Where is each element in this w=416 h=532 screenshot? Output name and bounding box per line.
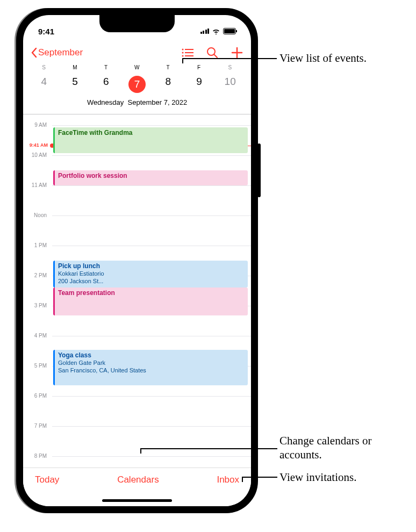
nav-bar: September <box>23 40 251 63</box>
hour-label: 1 PM <box>23 242 50 248</box>
callout-inbox: View invitations. <box>279 470 356 484</box>
hour-label: 4 PM <box>23 333 50 339</box>
search-icon <box>206 47 218 59</box>
event-address: 200 Jackson St... <box>58 278 245 285</box>
calendar-event[interactable]: Yoga classGolden Gate ParkSan Francisco,… <box>53 350 248 385</box>
status-time: 9:41 <box>38 27 54 36</box>
event-title: Pick up lunch <box>58 262 245 270</box>
back-button[interactable]: September <box>31 47 83 58</box>
bottom-toolbar: Today Calendars Inbox <box>23 468 251 506</box>
calendar-event[interactable]: Pick up lunchKokkari Estiatorio200 Jacks… <box>53 261 248 287</box>
day-number[interactable]: 4 <box>28 74 60 95</box>
svg-point-2 <box>182 52 184 54</box>
event-location: Kokkari Estiatorio <box>58 270 245 278</box>
event-title: FaceTime with Grandma <box>58 129 245 137</box>
day-number[interactable]: 10 <box>214 74 246 95</box>
event-title: Portfolio work session <box>58 172 245 180</box>
event-title: Yoga class <box>58 351 245 360</box>
hour-label: 11 AM <box>23 182 50 188</box>
calendar-event[interactable]: Portfolio work session <box>53 170 248 185</box>
cellular-icon <box>200 28 210 34</box>
calendar-event[interactable]: Team presentation <box>53 287 248 315</box>
battery-icon <box>223 28 236 34</box>
wifi-icon <box>212 27 220 36</box>
today-button[interactable]: Today <box>35 475 59 485</box>
search-button[interactable] <box>206 46 219 59</box>
day-number[interactable]: 9 <box>184 74 215 95</box>
event-address: San Francisco, CA, United States <box>58 367 245 375</box>
weekday-letter: S <box>214 64 246 70</box>
hour-label: 6 PM <box>23 393 50 399</box>
notch <box>99 15 175 32</box>
weekday-letter: M <box>60 64 91 70</box>
hour-label: 2 PM <box>23 272 50 278</box>
callout-calendars: Change calendars or accounts. <box>279 434 408 462</box>
event-title: Team presentation <box>58 289 245 297</box>
svg-rect-5 <box>185 55 193 56</box>
current-time-label: 9:41 AM <box>23 142 50 148</box>
svg-rect-1 <box>185 49 193 50</box>
home-indicator <box>102 499 172 502</box>
day-number[interactable]: 5 <box>60 74 91 95</box>
svg-point-4 <box>182 55 184 57</box>
full-date: Wednesday September 7, 2022 <box>23 96 251 111</box>
weekday-letter: T <box>90 64 121 70</box>
inbox-button[interactable]: Inbox <box>217 475 239 485</box>
hour-label: 8 PM <box>23 453 50 458</box>
calendar-event[interactable]: FaceTime with Grandma <box>53 127 248 153</box>
svg-rect-3 <box>185 52 193 53</box>
hour-label: 7 PM <box>23 423 50 429</box>
day-timeline[interactable]: 9 AM10 AM11 AMNoon1 PM2 PM3 PM4 PM5 PM6 … <box>23 114 251 458</box>
weekday-letter: F <box>184 64 215 70</box>
hour-label: 10 AM <box>23 152 50 158</box>
svg-point-0 <box>182 49 184 51</box>
day-number[interactable]: 8 <box>153 74 184 95</box>
svg-line-7 <box>214 55 218 58</box>
weekday-letter: T <box>153 64 184 70</box>
plus-icon <box>231 47 243 59</box>
calendars-button[interactable]: Calendars <box>117 475 159 485</box>
callout-list: View list of events. <box>279 51 367 65</box>
hour-label: 5 PM <box>23 363 50 369</box>
hour-label: 9 AM <box>23 122 50 128</box>
add-button[interactable] <box>231 46 243 59</box>
day-number[interactable]: 7 <box>121 74 153 95</box>
list-view-button[interactable] <box>181 46 194 59</box>
weekday-letter: S <box>28 64 60 70</box>
side-button <box>257 143 261 197</box>
day-number[interactable]: 6 <box>90 74 121 95</box>
event-location: Golden Gate Park <box>58 360 245 367</box>
week-header: SMTWTFS 45678910 Wednesday September 7, … <box>23 63 251 114</box>
hour-label: Noon <box>23 212 50 218</box>
hour-label: 3 PM <box>23 303 50 308</box>
weekday-letter: W <box>121 64 153 70</box>
list-icon <box>182 48 193 57</box>
chevron-left-icon <box>31 47 37 58</box>
phone-frame: 9:41 September <box>16 8 258 513</box>
back-label: September <box>38 47 83 58</box>
